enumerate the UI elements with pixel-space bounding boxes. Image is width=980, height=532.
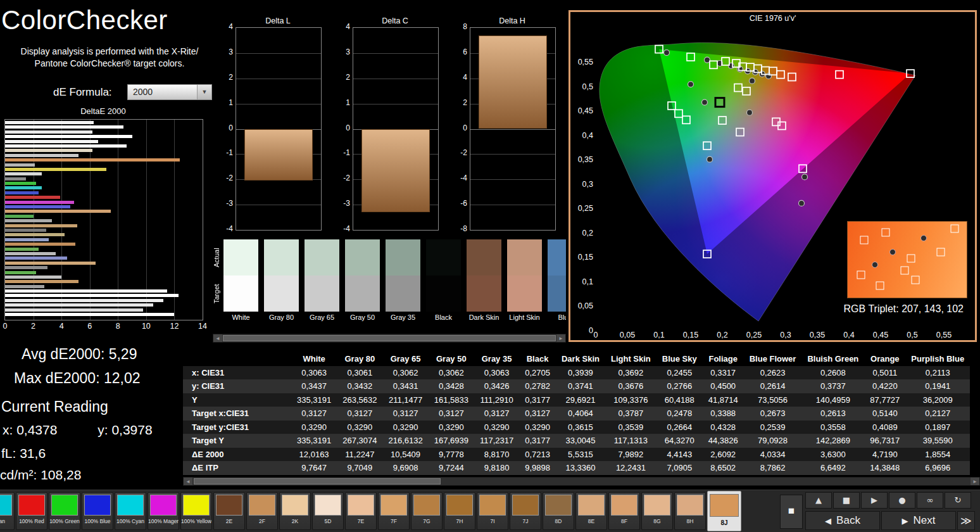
- table-cell: 0,2614: [744, 379, 802, 393]
- patch-button-7e[interactable]: 7E: [345, 492, 377, 530]
- patch-button-100-green[interactable]: 100% Green: [49, 492, 80, 530]
- axis-tick-label: -4: [220, 224, 233, 233]
- deltae-bar: [5, 238, 49, 241]
- repeat-button[interactable]: ↻: [945, 492, 971, 509]
- patch-button-100-blue[interactable]: 100% Blue: [82, 492, 113, 530]
- axis-tick-label: 4: [60, 322, 64, 331]
- stop-button[interactable]: ■: [833, 492, 860, 509]
- table-row: Target y:CIE310,32900,32900,32900,32900,…: [183, 421, 970, 434]
- axis-tick-label: 4: [455, 73, 467, 82]
- deltae-bar: [5, 299, 163, 302]
- patch-label: 100% Yellow: [181, 518, 211, 524]
- deltae-bar: [5, 262, 96, 265]
- patch-button-7j[interactable]: 7J: [510, 492, 541, 530]
- screen-icon: ■: [788, 505, 795, 517]
- chart-title: Delta L: [236, 16, 320, 25]
- patch-button-100-magenta[interactable]: 100% Magenta: [148, 492, 179, 530]
- deltae-bar: [5, 182, 36, 185]
- actual-swatch: [223, 239, 258, 276]
- chevron-down-icon[interactable]: ▼: [197, 85, 211, 99]
- patch-swatch: [479, 495, 506, 516]
- swatch-label: Gray 50: [345, 314, 380, 321]
- patch-button-100-red[interactable]: 100% Red: [16, 492, 47, 530]
- patch-button-7g[interactable]: 7G: [411, 492, 443, 530]
- table-cell: 0,1941: [905, 379, 970, 393]
- avg-de2000: Avg dE2000: 5,29: [22, 346, 137, 363]
- eject-button[interactable]: ▲: [805, 492, 832, 509]
- target-point: [664, 50, 670, 56]
- play-icon: ▶: [871, 495, 877, 505]
- scroll-left-icon[interactable]: ◄: [213, 334, 222, 342]
- table-cell: 7,9892: [605, 448, 656, 462]
- record-button[interactable]: ●: [889, 492, 915, 509]
- deltae-bar: [5, 271, 36, 274]
- table-cell: 0,3177: [519, 434, 556, 448]
- patch-button-100-yellow[interactable]: 100% Yellow: [180, 492, 212, 530]
- patch-button-8g[interactable]: 8G: [641, 492, 673, 530]
- table-cell: 0,3127: [291, 407, 337, 421]
- scrollbar-thumb[interactable]: [194, 478, 441, 484]
- patch-label: 100% Blue: [82, 518, 113, 524]
- table-cell: 0,3290: [474, 421, 519, 434]
- cie-panel: CIE 1976 u'v': [569, 10, 977, 342]
- column-header: Blue Flower: [744, 352, 802, 366]
- patch-button-7i[interactable]: 7I: [477, 492, 508, 530]
- next-button[interactable]: ▶ Next: [881, 511, 956, 530]
- swatch-label: Gray 80: [264, 314, 299, 321]
- patch-swatch: [18, 495, 45, 516]
- patch-button-5d[interactable]: 5D: [312, 492, 344, 530]
- strip-axis-labels: Actual Target: [213, 239, 222, 312]
- deltae-bar: [5, 186, 42, 189]
- patch-button-100-cyan[interactable]: 100% Cyan: [115, 492, 146, 530]
- fast-forward-button[interactable]: ≫: [957, 511, 975, 530]
- axis-tick-label: -2: [337, 174, 350, 182]
- patch-button-8d[interactable]: 8D: [543, 492, 574, 530]
- patch-button-8e[interactable]: 8E: [575, 492, 607, 530]
- axis-tick-label: 1: [337, 98, 350, 107]
- table-cell: 0,3290: [337, 421, 382, 434]
- patch-button-8h[interactable]: 8H: [674, 492, 706, 530]
- axis-tick-label: -3: [337, 199, 350, 208]
- table-cell: 0,4089: [864, 421, 905, 434]
- continuous-button[interactable]: ∞: [917, 492, 943, 509]
- patch-button-2f[interactable]: 2F: [246, 492, 278, 530]
- inset-measured-point: [860, 236, 869, 244]
- patch-button-8f[interactable]: 8F: [608, 492, 640, 530]
- delta-h-plot: [470, 27, 556, 231]
- patch-button-2e[interactable]: 2E: [213, 492, 245, 530]
- inset-measured-point: [936, 248, 945, 256]
- patch-list: Cyan100% Red100% Green100% Blue100% Cyan…: [0, 492, 741, 531]
- axis-tick-label: 4: [337, 22, 350, 31]
- de-formula-dropdown[interactable]: 2000 ▼: [127, 84, 212, 100]
- table-row: Y335,3191263,5632211,1477161,5833111,291…: [183, 393, 970, 407]
- table-cell: 0,5011: [864, 366, 905, 380]
- deltae-bar: [5, 219, 52, 222]
- table-cell: 9,7244: [429, 461, 474, 475]
- table-cell: 161,5833: [429, 393, 474, 407]
- actual-label: Actual: [213, 239, 222, 276]
- table-cell: 8,8170: [474, 448, 519, 462]
- patch-button-7h[interactable]: 7H: [444, 492, 475, 530]
- scroll-right-icon[interactable]: ►: [556, 334, 565, 342]
- scroll-left-icon[interactable]: ◄: [184, 478, 192, 485]
- swatch-label: Gray 65: [305, 314, 339, 321]
- table-scrollbar[interactable]: ◄ ►: [183, 477, 980, 486]
- play-button[interactable]: ▶: [861, 492, 888, 509]
- scroll-right-icon[interactable]: ►: [971, 478, 979, 485]
- deltae-bar: [5, 140, 98, 143]
- swatch-column: Blue: [548, 239, 566, 321]
- blank-screen-button[interactable]: ■: [780, 495, 803, 529]
- axis-tick-label: 0,05: [572, 301, 593, 310]
- patch-button-8j[interactable]: 8J: [707, 491, 741, 531]
- target-swatch: [223, 276, 258, 312]
- delta-bar: [479, 35, 546, 129]
- table-cell: 0,3290: [429, 421, 474, 434]
- scrollbar-thumb[interactable]: [223, 335, 556, 341]
- back-button[interactable]: ◀ Back: [805, 511, 880, 530]
- inset-measured-point: [901, 266, 909, 274]
- axis-tick-label: -4: [455, 174, 467, 182]
- patch-button-7f[interactable]: 7F: [378, 492, 410, 530]
- patch-button-cyan[interactable]: Cyan: [0, 492, 15, 530]
- patch-button-2k[interactable]: 2K: [279, 492, 311, 530]
- swatch-scrollbar[interactable]: ◄ ►: [213, 334, 566, 343]
